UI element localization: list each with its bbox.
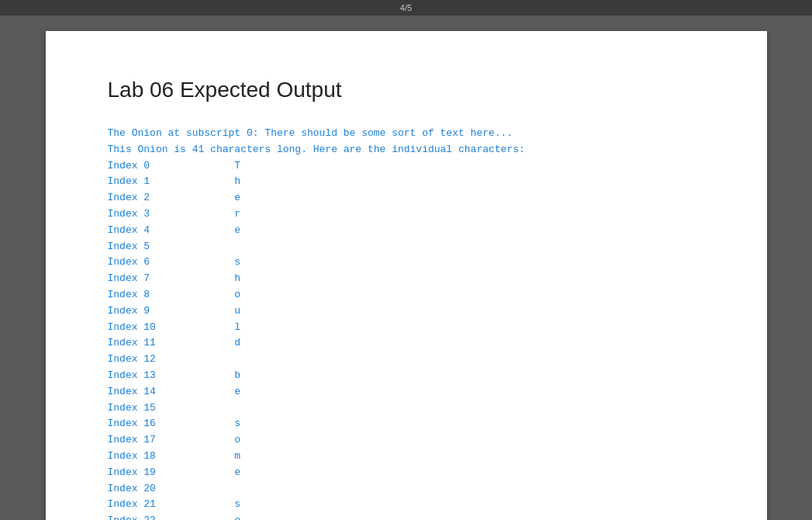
- page-container: Lab 06 Expected Output The Onion at subs…: [46, 31, 767, 520]
- header-bar: 4/5: [0, 0, 812, 16]
- code-output: The Onion at subscript 0: There should b…: [108, 126, 705, 520]
- page-title: Lab 06 Expected Output: [108, 78, 705, 102]
- header-page-indicator: 4/5: [400, 3, 412, 12]
